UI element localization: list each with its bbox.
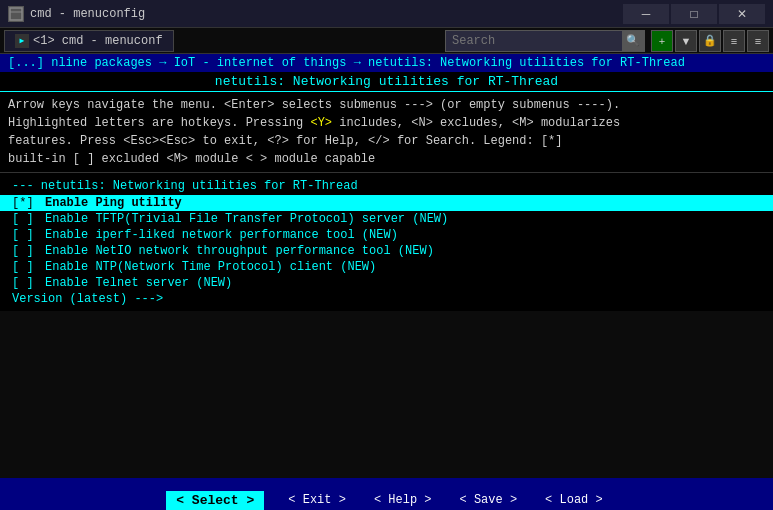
search-input[interactable]	[446, 34, 622, 48]
title-bar: cmd - menuconfig ─ □ ✕	[0, 0, 773, 28]
menu-button-2[interactable]: ≡	[747, 30, 769, 52]
button-bar: < Select > < Exit > < Help > < Save > < …	[0, 478, 773, 510]
menu-item-netio[interactable]: [ ] Enable NetIO network throughput perf…	[0, 243, 773, 259]
help-line-2: Highlighted letters are hotkeys. Pressin…	[8, 114, 765, 132]
features-text: features.	[8, 134, 80, 148]
tab-label: <1> cmd - menuconf	[33, 34, 163, 48]
cmd-icon: ▶	[15, 34, 29, 48]
tab-cmd-menuconf[interactable]: ▶ <1> cmd - menuconf	[4, 30, 174, 52]
help-text-2a: Highlighted letters are hotkeys.	[8, 116, 246, 130]
label-netio: Enable NetIO network throughput performa…	[45, 244, 434, 258]
window-controls: ─ □ ✕	[623, 4, 765, 24]
menu-item-tftp[interactable]: [ ] Enable TFTP(Trivial File Transfer Pr…	[0, 211, 773, 227]
label-iperf: Enable iperf-liked network performance t…	[45, 228, 398, 242]
checkbox-ntp: [ ]	[12, 260, 37, 274]
save-button[interactable]: < Save >	[456, 493, 522, 507]
help-text-1: Arrow keys navigate the menu. <Enter> se…	[8, 98, 620, 112]
checkbox-iperf: [ ]	[12, 228, 37, 242]
help-line-1: Arrow keys navigate the menu. <Enter> se…	[8, 96, 765, 114]
select-button[interactable]: < Select >	[166, 491, 264, 510]
y-key: <Y>	[310, 116, 332, 130]
select-label: < Select >	[166, 491, 264, 510]
load-button[interactable]: < Load >	[541, 493, 607, 507]
help-text: Arrow keys navigate the menu. <Enter> se…	[0, 92, 773, 173]
label-ntp: Enable NTP(Network Time Protocol) client…	[45, 260, 376, 274]
maximize-button[interactable]: □	[671, 4, 717, 24]
breadcrumb-text: [...] nline packages → IoT - internet of…	[8, 56, 685, 70]
load-label: < Load >	[541, 493, 607, 507]
label-tftp: Enable TFTP(Trivial File Transfer Protoc…	[45, 212, 448, 226]
help-line-4: built-in [ ] excluded <M> module < > mod…	[8, 150, 765, 168]
press-text: Press	[80, 134, 123, 148]
close-button[interactable]: ✕	[719, 4, 765, 24]
help-line-3: features. Press <Esc><Esc> to exit, <?> …	[8, 132, 765, 150]
search-box: 🔍	[445, 30, 645, 52]
checkbox-netio: [ ]	[12, 244, 37, 258]
menu-item-telnet[interactable]: [ ] Enable Telnet server (NEW)	[0, 275, 773, 291]
window-title: cmd - menuconfig	[30, 7, 623, 21]
breadcrumb: [...] nline packages → IoT - internet of…	[0, 54, 773, 72]
exit-button[interactable]: < Exit >	[284, 493, 350, 507]
checkbox-ping: [*]	[12, 196, 37, 210]
help-button[interactable]: < Help >	[370, 493, 436, 507]
menu-button-1[interactable]: ≡	[723, 30, 745, 52]
menu-area: --- netutils: Networking utilities for R…	[0, 173, 773, 311]
minimize-button[interactable]: ─	[623, 4, 669, 24]
content-header: netutils: Networking utilities for RT-Th…	[0, 72, 773, 92]
search-button[interactable]: 🔍	[622, 31, 644, 51]
version-line: Version (latest) --->	[0, 291, 773, 307]
svg-rect-0	[10, 8, 22, 20]
menu-section-title: --- netutils: Networking utilities for R…	[0, 177, 773, 195]
exit-label: < Exit >	[284, 493, 350, 507]
window-icon	[8, 6, 24, 22]
main-content: netutils: Networking utilities for RT-Th…	[0, 72, 773, 478]
menu-item-iperf[interactable]: [ ] Enable iperf-liked network performan…	[0, 227, 773, 243]
save-label: < Save >	[456, 493, 522, 507]
content-header-text: netutils: Networking utilities for RT-Th…	[215, 74, 558, 89]
help-label: < Help >	[370, 493, 436, 507]
lock-button[interactable]: 🔒	[699, 30, 721, 52]
checkbox-telnet: [ ]	[12, 276, 37, 290]
checkbox-tftp: [ ]	[12, 212, 37, 226]
help-text-2b: includes, <N> excludes, <M> modularizes	[332, 116, 620, 130]
help-text-3: <Esc><Esc> to exit, <?> for Help, </> fo…	[123, 134, 562, 148]
toolbar-icons: + ▼ 🔒 ≡ ≡	[651, 30, 769, 52]
label-ping: Enable Ping utility	[45, 196, 182, 210]
dropdown-button[interactable]: ▼	[675, 30, 697, 52]
tab-bar: ▶ <1> cmd - menuconf 🔍 + ▼ 🔒 ≡ ≡	[0, 28, 773, 54]
pressing-text: Pressing	[246, 116, 311, 130]
help-text-4: built-in [ ] excluded <M> module < > mod…	[8, 152, 375, 166]
menu-item-ping[interactable]: [*] Enable Ping utility	[0, 195, 773, 211]
menu-item-ntp[interactable]: [ ] Enable NTP(Network Time Protocol) cl…	[0, 259, 773, 275]
add-button[interactable]: +	[651, 30, 673, 52]
label-telnet: Enable Telnet server (NEW)	[45, 276, 232, 290]
